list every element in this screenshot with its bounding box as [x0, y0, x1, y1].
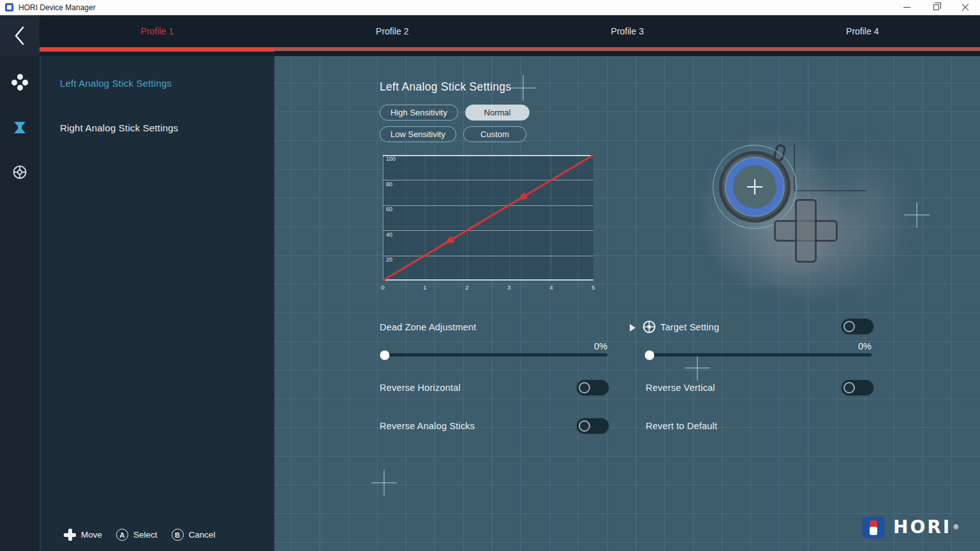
reverse-analog-sticks-toggle[interactable]	[576, 418, 609, 434]
tab-profile-2[interactable]: Profile 2	[275, 15, 510, 47]
minimize-icon	[903, 7, 910, 8]
icon-sidebar	[0, 56, 40, 551]
reverse-vertical-label: Reverse Vertical	[646, 383, 715, 393]
a-button-icon: A	[116, 529, 128, 541]
target-setting-slider[interactable]	[644, 353, 872, 356]
toggle-knob	[843, 382, 855, 393]
reverse-horizontal-label: Reverse Horizontal	[380, 383, 461, 393]
analog-stick-icon	[12, 120, 27, 135]
active-tab-underline	[40, 47, 274, 52]
page-title: Left Analog Stick Settings	[380, 80, 511, 94]
x-tick-label: 0	[381, 284, 384, 291]
toggle-knob	[579, 382, 590, 393]
grid-crosshair	[685, 355, 710, 381]
hori-logo-icon	[863, 517, 884, 538]
target-setting-label: Target Setting	[660, 322, 719, 332]
toggle-knob	[843, 321, 855, 332]
hint-move: Move	[64, 529, 102, 541]
low-sensitivity-button[interactable]: Low Sensitivity	[380, 126, 456, 142]
b-button-icon: B	[172, 529, 184, 541]
revert-to-default-button[interactable]: Revert to Default	[646, 421, 717, 431]
hori-device-manager-window: HORI Device Manager Profile 1 Profile 2 …	[0, 0, 980, 551]
grid-crosshair	[904, 202, 930, 228]
controller-body	[699, 129, 845, 295]
x-tick-label: 2	[465, 284, 468, 291]
reverse-analog-sticks-label: Reverse Analog Sticks	[380, 421, 475, 431]
tabbar-underline	[274, 47, 980, 51]
target-setting-icon	[642, 320, 656, 334]
normal-sensitivity-button[interactable]: Normal	[465, 105, 530, 121]
hori-logo-text: HORI®	[893, 517, 961, 538]
sidebar-item-analog-stick[interactable]	[12, 120, 27, 135]
left-stick-highlight-ring	[713, 145, 797, 229]
dpad-shape	[774, 220, 838, 242]
close-icon	[961, 4, 969, 11]
target-setting-value: 0%	[644, 341, 872, 351]
window-title: HORI Device Manager	[19, 3, 96, 12]
controller-hints: Move A Select B Cancel	[64, 529, 216, 541]
app-body: Profile 1 Profile 2 Profile 3 Profile 4	[0, 15, 980, 551]
high-sensitivity-button[interactable]: High Sensitivity	[380, 105, 458, 121]
grid-crosshair	[510, 75, 536, 101]
tab-profile-4[interactable]: Profile 4	[745, 15, 980, 47]
dpad-shape	[795, 199, 817, 263]
target-setting-toggle[interactable]	[841, 318, 874, 335]
sidebar-item-settings[interactable]	[12, 165, 27, 180]
tab-profile-3[interactable]: Profile 3	[510, 15, 745, 47]
left-stick-base	[719, 151, 791, 223]
titlebar: HORI Device Manager	[0, 0, 980, 15]
dead-zone-value: 0%	[380, 341, 607, 351]
x-tick-label: 3	[507, 284, 510, 291]
close-button[interactable]	[951, 0, 980, 15]
grid-crosshair	[371, 470, 397, 496]
dead-zone-slider-thumb[interactable]	[380, 350, 390, 360]
x-tick-label: 1	[423, 284, 426, 291]
dead-zone-label: Dead Zone Adjustment	[380, 322, 477, 332]
controller-body-lobe	[750, 180, 874, 305]
back-chevron-icon	[13, 26, 26, 46]
back-button[interactable]	[0, 15, 40, 56]
hint-cancel-label: Cancel	[189, 530, 216, 540]
settings-nav-panel: Left Analog Stick Settings Right Analog …	[40, 56, 274, 551]
window-controls	[892, 0, 980, 15]
target-setting-slider-thumb[interactable]	[645, 350, 655, 360]
toggle-knob	[579, 420, 590, 432]
custom-sensitivity-button[interactable]: Custom	[463, 126, 526, 142]
reverse-vertical-toggle[interactable]	[841, 379, 874, 396]
hint-select-label: Select	[133, 530, 158, 540]
dpad-icon	[11, 74, 28, 91]
reverse-horizontal-toggle[interactable]	[576, 379, 609, 396]
dpad-icon	[64, 529, 76, 541]
target-setting-expander[interactable]	[630, 324, 635, 332]
controller-illustration	[683, 120, 906, 330]
nav-item-right-analog-stick[interactable]: Right Analog Stick Settings	[60, 122, 179, 133]
main-content: Left Analog Stick Settings High Sensitiv…	[274, 56, 980, 551]
hint-cancel: B Cancel	[172, 529, 216, 541]
app-icon	[5, 3, 13, 11]
nav-item-left-analog-stick[interactable]: Left Analog Stick Settings	[60, 78, 172, 89]
hori-logo: HORI®	[863, 517, 961, 538]
minus-button-icon	[773, 143, 787, 162]
controller-seam	[795, 190, 866, 191]
x-tick-label: 4	[549, 284, 553, 291]
left-stick-blue-ring	[726, 158, 783, 216]
restore-button[interactable]	[921, 0, 951, 15]
x-tick-label: 5	[591, 284, 595, 291]
dead-zone-slider[interactable]	[383, 353, 607, 356]
hint-select: A Select	[116, 529, 158, 541]
response-curve-plot: 100 80 60 40 20	[383, 155, 593, 281]
settings-wheel-icon	[12, 165, 27, 180]
registered-mark: ®	[953, 524, 961, 531]
controller-seam	[794, 143, 795, 191]
minimize-button[interactable]	[892, 0, 921, 15]
restore-icon	[933, 4, 939, 10]
hint-move-label: Move	[81, 530, 102, 540]
tab-profile-1[interactable]: Profile 1	[40, 15, 275, 47]
profile-tabbar: Profile 1 Profile 2 Profile 3 Profile 4	[40, 15, 980, 56]
sidebar-item-dpad[interactable]	[11, 74, 28, 91]
controller-body-fade	[813, 145, 912, 295]
dpad-shape	[797, 222, 815, 240]
response-curve-svg	[383, 155, 593, 281]
